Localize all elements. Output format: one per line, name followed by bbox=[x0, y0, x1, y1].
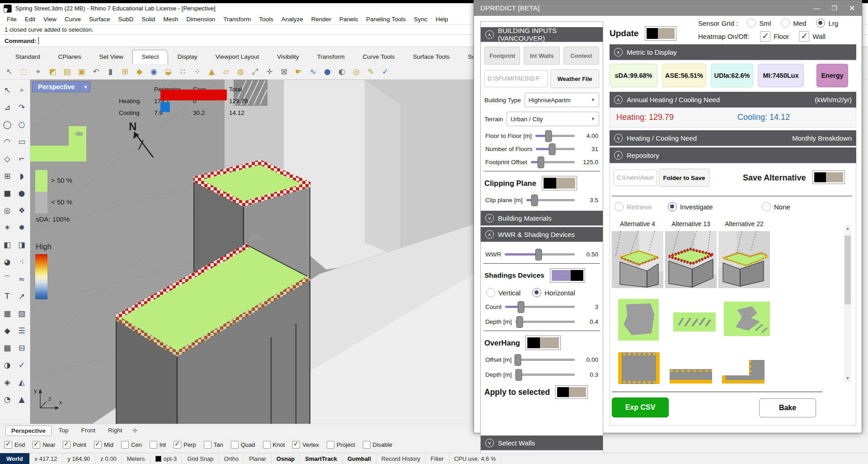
update-toggle[interactable] bbox=[645, 26, 676, 41]
slider-knob[interactable] bbox=[538, 156, 544, 168]
osnap-toggle[interactable]: Tan bbox=[204, 441, 223, 449]
mesh-icon[interactable]: ◈ bbox=[1, 376, 14, 388]
toolbar-tab[interactable]: Display bbox=[168, 50, 206, 64]
collapse-down-icon[interactable]: ∨ bbox=[485, 439, 494, 447]
cone-icon[interactable]: ▲ bbox=[206, 66, 217, 77]
heatmap-checkbox[interactable]: Wall bbox=[799, 31, 826, 42]
alternative-thumbnail[interactable] bbox=[665, 231, 717, 288]
filter-icon[interactable]: ⌖ bbox=[33, 66, 44, 77]
slider-knob[interactable] bbox=[535, 249, 542, 260]
metric-chip[interactable]: Energy bbox=[816, 64, 848, 87]
menu-item[interactable]: Transform bbox=[219, 15, 255, 24]
checkbox-icon[interactable] bbox=[5, 441, 12, 449]
slider-knob[interactable] bbox=[531, 194, 538, 206]
status-bar-item[interactable]: Planar bbox=[244, 453, 272, 464]
weather-path-input[interactable] bbox=[484, 70, 548, 87]
slider-knob[interactable] bbox=[549, 143, 556, 155]
trim-icon[interactable]: ◧ bbox=[1, 239, 14, 251]
monthly-breakdown-header[interactable]: ∨ Heating / Cooling Need Monthly Breakdo… bbox=[610, 130, 856, 146]
menu-item[interactable]: Help bbox=[432, 15, 452, 24]
color-dot-icon[interactable]: ◕ bbox=[1, 256, 14, 268]
repository-scrollbar[interactable]: ▲ ▼ bbox=[844, 225, 851, 383]
heatmap-checkbox[interactable]: Floor bbox=[760, 31, 789, 42]
checkbox-icon[interactable] bbox=[799, 31, 809, 42]
status-bar-item[interactable]: Grid Snap bbox=[182, 453, 219, 464]
surface-grid-icon[interactable]: ⊞ bbox=[1, 170, 14, 182]
globe-icon[interactable]: ◐ bbox=[336, 66, 347, 77]
menu-item[interactable]: Dimension bbox=[182, 15, 219, 24]
checkbox-icon[interactable] bbox=[760, 31, 770, 42]
pyramid-icon[interactable]: ▲ bbox=[15, 393, 28, 405]
checkbox-icon[interactable] bbox=[263, 441, 271, 449]
extrude-icon[interactable]: ☰ bbox=[15, 325, 28, 336]
osnap-toggle[interactable]: Point bbox=[63, 441, 86, 449]
status-bar-item[interactable]: SmartTrack bbox=[300, 453, 343, 464]
scale-icon[interactable]: ↗ bbox=[15, 290, 28, 302]
ellipse-icon[interactable]: ○ bbox=[15, 118, 28, 130]
heatmap-plan-thumbnail[interactable] bbox=[724, 302, 770, 338]
slider-knob[interactable] bbox=[516, 316, 523, 328]
hatch-circle-icon[interactable]: ◍ bbox=[235, 66, 246, 77]
heatmap-plan-thumbnail[interactable] bbox=[618, 299, 659, 342]
geometry-input-button[interactable]: Context bbox=[563, 47, 599, 65]
none-radio[interactable]: None bbox=[762, 202, 790, 211]
radio-icon[interactable] bbox=[747, 19, 756, 28]
render-icon[interactable]: ◭ bbox=[15, 376, 28, 388]
building-type-select[interactable]: HighriseApartm ▼ bbox=[525, 93, 599, 107]
group-icon[interactable]: ▦ bbox=[1, 308, 14, 319]
osnap-toggle[interactable]: Mid bbox=[94, 441, 113, 449]
checkbox-icon[interactable] bbox=[204, 441, 211, 449]
text-angle-icon[interactable]: ✛ bbox=[264, 66, 275, 77]
select-walls-header[interactable]: ∨ Select Walls bbox=[481, 436, 603, 450]
lightbulb-icon[interactable]: ◎ bbox=[351, 66, 362, 77]
heatmap-plan-thumbnail[interactable] bbox=[673, 312, 716, 333]
plane-icon[interactable]: ▱ bbox=[221, 66, 232, 77]
alternative-thumbnail[interactable] bbox=[718, 231, 770, 288]
terrain-select[interactable]: Urban / City ▼ bbox=[507, 112, 599, 126]
shading-orientation-radio[interactable]: Horizontal bbox=[532, 288, 575, 297]
osnap-toggle[interactable]: Near bbox=[33, 441, 55, 449]
text-icon[interactable]: T bbox=[1, 290, 14, 302]
paint-brush-icon[interactable]: ✎ bbox=[365, 66, 376, 77]
list-icon[interactable]: ▤ bbox=[61, 66, 73, 77]
status-bar-item[interactable]: World bbox=[0, 453, 30, 464]
sensor-grid-radio[interactable]: Med bbox=[781, 19, 806, 28]
osnap-toggle[interactable]: Vertex bbox=[292, 441, 319, 449]
collapse-up-icon[interactable]: ∧ bbox=[614, 151, 623, 160]
pan-cross-icon[interactable]: ✛ bbox=[132, 427, 138, 434]
slider-knob[interactable] bbox=[516, 369, 522, 381]
checkbox-icon[interactable] bbox=[63, 441, 70, 449]
menu-item[interactable]: Edit bbox=[21, 15, 39, 24]
shadings-devices-toggle[interactable] bbox=[550, 268, 585, 283]
toolbar-tab[interactable]: Visibility bbox=[268, 50, 308, 64]
status-bar-item[interactable]: Filter bbox=[426, 453, 449, 464]
radio-icon[interactable] bbox=[486, 288, 495, 297]
hand-point-icon[interactable]: ☛ bbox=[293, 66, 304, 77]
menu-item[interactable]: SubD bbox=[114, 15, 138, 24]
checkbox-icon[interactable] bbox=[231, 441, 239, 449]
collapse-up-icon[interactable]: ∧ bbox=[485, 230, 494, 239]
weather-file-button[interactable]: Weather File bbox=[550, 69, 599, 88]
retrieve-radio[interactable]: Retrieve bbox=[615, 202, 652, 211]
pointer-icon[interactable]: ↖ bbox=[4, 66, 15, 77]
toolbar-tab[interactable]: Curve Tools bbox=[354, 50, 404, 64]
status-bar-item[interactable]: Record History bbox=[376, 453, 426, 464]
slider-track[interactable] bbox=[516, 374, 575, 376]
alternative-thumbnail[interactable] bbox=[612, 231, 663, 288]
edit-icon[interactable]: ▨ bbox=[15, 308, 28, 319]
osnap-toggle[interactable]: Cen bbox=[121, 441, 142, 449]
scatter-points-icon[interactable]: ⁘ bbox=[192, 66, 203, 77]
shading-orientation-radio[interactable]: Vertical bbox=[486, 288, 521, 297]
slider-track[interactable] bbox=[505, 306, 575, 308]
viewport-title[interactable]: Perspective bbox=[32, 81, 80, 92]
shade-icon[interactable]: ◑ bbox=[1, 359, 14, 371]
arc-icon[interactable]: ◠ bbox=[1, 136, 14, 147]
slider-track[interactable] bbox=[505, 253, 575, 256]
annotation-icon[interactable]: ⊠ bbox=[278, 66, 290, 77]
viewport-perspective[interactable]: N y z x Perspective ▼ bbox=[30, 80, 474, 424]
menu-item[interactable]: Solid bbox=[137, 15, 159, 24]
shading-plan-thumbnail[interactable] bbox=[670, 369, 712, 385]
annual-need-header[interactable]: ∧ Annual Heating / Cooling Need (kWh/m2/… bbox=[610, 92, 856, 108]
metric-chip[interactable]: sDA:99.68% bbox=[610, 64, 657, 87]
dots-icon[interactable]: ∷ bbox=[177, 66, 188, 77]
